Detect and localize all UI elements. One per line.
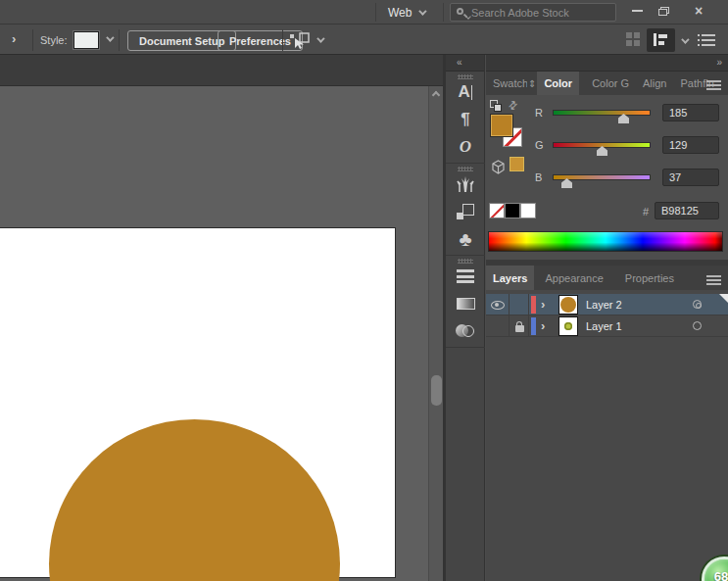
select-similar-icon[interactable] [288,32,312,50]
tab-collapse-icon[interactable]: ⇕ [527,72,537,95]
tab-align[interactable]: Align [636,72,673,95]
visibility-toggle[interactable] [486,294,510,315]
web-safe-color-swatch[interactable] [510,157,524,171]
red-value-field[interactable]: 185 [662,104,719,121]
tab-appearance[interactable]: Appearance [538,266,609,290]
lock-toggle[interactable] [510,315,529,337]
vertical-scrollbar[interactable] [428,86,443,581]
layer-color-bar [531,296,536,314]
opentype-panel-icon[interactable]: O [446,134,485,160]
collapse-panels-header[interactable]: « [446,55,484,72]
layer-expand-chevron[interactable]: › [541,318,545,333]
paragraph-panel-icon[interactable]: ¶ [446,107,485,132]
layer-thumbnail[interactable] [558,295,578,315]
none-black-white-swatches [489,203,536,218]
color-panel: ⇄ R 185 G 129 B 37 [486,95,728,260]
visibility-toggle[interactable] [486,315,510,337]
layers-panel: › Layer 2 › [486,290,728,581]
symbols-panel-icon[interactable]: ♣ [446,226,485,252]
tab-swatches[interactable]: Swatch [486,72,527,95]
scroll-up-arrow-icon[interactable] [432,91,440,99]
chevron-down-icon[interactable] [681,35,689,43]
separator [375,3,376,22]
blue-value-field[interactable]: 37 [662,169,719,186]
tab-layers[interactable]: Layers [486,266,534,290]
adobe-stock-search-input[interactable]: Search Adobe Stock [450,3,616,22]
stroke-panel-icon[interactable] [446,264,485,289]
scrollbar-thumb[interactable] [431,375,442,406]
panels-column: » Swatch ⇕ Color Color G Align Pathfin ⇄ [486,55,728,581]
search-placeholder: Search Adobe Stock [471,7,569,19]
chevron-down-icon[interactable] [106,33,114,41]
divider [446,347,485,348]
hex-value-field[interactable]: B98125 [655,202,719,219]
style-swatch[interactable] [73,31,99,49]
menu-list-icon[interactable] [698,34,715,47]
red-channel-label: R [535,107,549,119]
document-profile-dropdown[interactable]: Web [382,0,430,24]
workspace-switcher-button[interactable] [647,28,675,52]
main-area: « A ¶ O ♣ [0,55,728,581]
white-swatch[interactable] [520,203,536,218]
separator [119,29,120,51]
control-bar: › Style: Document Setup Preferences [0,25,728,55]
layer-name[interactable]: Layer 2 [586,299,622,311]
badge-count: 68 [714,569,728,581]
chevron-down-icon [419,7,427,15]
pasteboard[interactable] [0,86,443,581]
panel-menu-icon[interactable] [706,78,721,92]
character-panel-icon[interactable]: A [446,79,485,105]
eye-icon [491,301,505,310]
restore-icon [658,7,669,16]
transparency-panel-icon[interactable] [446,318,485,344]
minimize-icon [632,10,643,12]
layer-expand-chevron[interactable]: › [541,297,545,312]
separator [32,29,33,51]
tab-color-guide[interactable]: Color G [585,72,636,95]
brushes-panel-icon[interactable] [446,171,485,197]
minimize-button[interactable] [626,2,648,20]
transform-panel-icon[interactable] [446,199,485,224]
none-swatch[interactable] [489,203,505,218]
chevron-down-icon[interactable] [316,34,324,42]
layer-name[interactable]: Layer 1 [586,320,622,332]
layer-target-icon[interactable] [693,321,702,330]
selection-corner-indicator [719,294,728,303]
out-of-web-color-warning-icon[interactable] [491,160,506,174]
collapsed-panel-strip: « A ¶ O ♣ [446,55,485,581]
expand-panels-header[interactable]: » [486,55,728,72]
layer-target-icon[interactable] [693,300,702,309]
layer-row-layer-2[interactable]: › Layer 2 [486,294,728,315]
gradient-panel-icon[interactable] [446,291,485,316]
separator [282,29,283,51]
artboard[interactable] [0,227,396,578]
red-slider[interactable] [553,110,651,116]
color-spectrum-bar[interactable] [488,231,723,252]
restore-button[interactable] [653,2,674,20]
style-label: Style: [40,34,68,46]
close-icon: × [695,4,703,18]
layer-row-layer-1[interactable]: › Layer 1 [486,315,728,337]
hex-label: # [643,206,649,218]
lock-toggle[interactable] [510,294,529,315]
arrange-documents-icon[interactable] [626,32,641,47]
fill-color-swatch[interactable] [490,114,513,137]
layer-color-bar [531,317,536,335]
close-button[interactable]: × [688,2,709,20]
panel-menu-icon[interactable] [706,273,721,287]
tab-color[interactable]: Color [537,72,579,95]
gold-circle-artwork[interactable] [49,419,340,581]
blue-channel-label: B [535,171,549,183]
tab-properties[interactable]: Properties [618,266,681,290]
panel-expand-chevron[interactable]: › [12,31,16,46]
swap-fill-stroke-icon[interactable]: ⇄ [506,98,521,114]
canvas-region [0,55,443,581]
illustrator-window: Web Search Adobe Stock × › Style: Docume… [0,0,728,581]
black-swatch[interactable] [505,203,520,218]
layer-thumbnail[interactable] [558,316,578,336]
default-fill-stroke-icon[interactable] [490,100,503,113]
divider [446,163,485,164]
separator [443,3,444,22]
green-value-field[interactable]: 129 [662,136,719,154]
expand-right-icon: » [716,57,720,68]
